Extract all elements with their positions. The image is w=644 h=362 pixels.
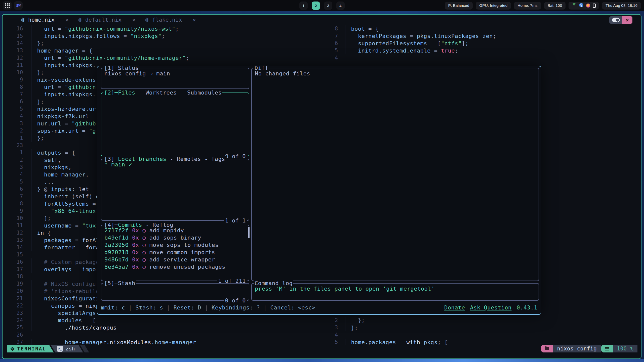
- commits-scrollbar[interactable]: [248, 227, 250, 238]
- code-line: 5 home.packages = with pkgs; [: [326, 339, 641, 345]
- commits-panel-title: [4]─Commits - Reflog: [103, 221, 174, 228]
- code-line: 27 home-manager.nixosModules.home-manage…: [3, 339, 326, 345]
- branches-panel-title: [3]─Local branches - Remotes - Tags: [103, 156, 226, 162]
- donate-link[interactable]: Donate: [444, 304, 465, 311]
- lazygit-branches-panel[interactable]: [3]─Local branches - Remotes - Tags * ma…: [101, 159, 249, 221]
- status-pill[interactable]: GPU: Integrated: [476, 2, 511, 10]
- tab-close-icon[interactable]: ×: [65, 17, 69, 23]
- launcher-logo: $W: [16, 3, 21, 8]
- diff-panel-title: Diff: [254, 65, 269, 71]
- editor-tab-default.nix[interactable]: default.nix×: [77, 17, 136, 23]
- lazygit-diff-panel[interactable]: Diff No changed files: [251, 68, 539, 281]
- editor-tab-flake.nix[interactable]: flake.nix×: [144, 17, 196, 23]
- window-close-button[interactable]: ×: [622, 16, 632, 24]
- status-pill[interactable]: Home: 7ms: [514, 2, 541, 10]
- keybinding-hint: Keybindings: ?: [212, 304, 260, 311]
- apps-grid-icon: [5, 3, 10, 8]
- lazygit-status-panel[interactable]: [1]─Status nixos-config → main: [101, 68, 249, 89]
- system-tray[interactable]: [569, 2, 599, 10]
- editor-tabs: home.nix×default.nix×flake.nix×: [20, 17, 205, 23]
- editor-tab-bar: home.nix×default.nix×flake.nix× ×: [3, 15, 641, 25]
- branches-count: 1 of 1: [224, 217, 247, 224]
- folder-icon: [545, 347, 549, 350]
- desktop: $W 1234 P: BalancedGPU: IntegratedHome: …: [0, 0, 644, 362]
- shell-segment[interactable]: >_ zsh: [51, 345, 83, 352]
- toggle-icon: [612, 18, 620, 22]
- code-line: 4: [326, 54, 641, 62]
- diff-text: No changed files: [252, 68, 539, 79]
- command-log-text: press 'M' in the files panel to open 'gi…: [252, 284, 539, 294]
- editor-tab-home.nix[interactable]: home.nix×: [20, 17, 69, 23]
- code-line: 5 initrd.systemd.enable = true;: [326, 47, 641, 54]
- code-line: 24 modules = [: [3, 317, 326, 324]
- scroll-percent: 100 %: [613, 345, 637, 352]
- window-toggle-button[interactable]: [609, 16, 622, 24]
- tab-label: home.nix: [28, 17, 55, 23]
- keybinding-hints: mmit: c | Stash: s | Reset: D | Keybindi…: [101, 304, 315, 311]
- keybinding-hint: Cancel: <esc>: [270, 304, 315, 311]
- tab-label: flake.nix: [152, 17, 182, 23]
- tab-close-icon[interactable]: ×: [193, 17, 196, 23]
- lazygit-files-panel[interactable]: [2]─Files - Worktrees - Submodules 0 of …: [101, 93, 249, 156]
- editor-area: 16 url = "github:nix-community/nixos-wsl…: [3, 25, 641, 345]
- code-line: 13 home-manager = {: [3, 47, 326, 54]
- mode-label: TERMINAL: [17, 346, 46, 351]
- mode-segment[interactable]: V TERMINAL: [7, 345, 54, 352]
- repo-name: nixos-config: [553, 345, 601, 352]
- version-label: 0.43.1: [517, 304, 537, 311]
- lazygit-footer-links: Donate Ask Question 0.43.1: [444, 304, 537, 311]
- status-panel-title: [1]─Status: [103, 65, 139, 71]
- status-pill[interactable]: Bat: 100: [544, 2, 566, 10]
- topbar-left-group: $W: [3, 1, 25, 10]
- commit-row[interactable]: d920218 0x ○ move common imports: [104, 249, 246, 256]
- code-line: 12 url = "github:nix-community/home-mana…: [3, 54, 326, 62]
- keybinding-hint: Reset: D: [174, 304, 201, 311]
- code-line: 7 kernelPackages = pkgs.linuxPackages_ze…: [326, 32, 641, 40]
- close-icon: ×: [626, 17, 629, 23]
- status-pill[interactable]: P: Balanced: [445, 2, 473, 10]
- terminal-prompt-icon: >_: [57, 346, 63, 352]
- tab-label: default.nix: [85, 17, 122, 23]
- network-icon: [572, 3, 576, 8]
- scroll-chip[interactable]: [601, 345, 613, 352]
- workspace-button-1[interactable]: 1: [299, 2, 308, 10]
- commit-row[interactable]: 9486b7d 0x ○ add service-wrapper: [104, 256, 246, 263]
- workspace-button-4[interactable]: 4: [336, 2, 345, 10]
- command-log-title: Command log: [254, 280, 293, 287]
- nix-snowflake-icon: [20, 17, 25, 23]
- media-icon: [586, 4, 590, 8]
- commit-list: 2717f2f 0x ○ add mopidyb49ef1d 0x ○ add …: [101, 225, 249, 272]
- commit-row[interactable]: b49ef1d 0x ○ add sops binary: [104, 234, 246, 241]
- topbar-right-group: P: BalancedGPU: IntegratedHome: 7msBat: …: [445, 2, 641, 10]
- stash-panel-title: [5]─Stash: [103, 280, 136, 287]
- clock[interactable]: Thu Aug 08, 18:16: [602, 2, 641, 10]
- code-line: 16 url = "github:nix-community/nixos-wsl…: [3, 25, 326, 32]
- statusbar-left: V TERMINAL >_ zsh: [7, 345, 89, 352]
- code-line: 26: [3, 331, 326, 339]
- bluetooth-icon: [579, 3, 583, 8]
- workspace-button-2[interactable]: 2: [312, 2, 320, 10]
- files-panel-title: [2]─Files - Worktrees - Submodules: [103, 89, 222, 96]
- tab-close-icon[interactable]: ×: [132, 17, 136, 23]
- nix-snowflake-icon: [144, 17, 149, 23]
- svg-text:V: V: [11, 348, 13, 350]
- commit-row[interactable]: 2a23950 0x ○ move sops to modules: [104, 241, 246, 249]
- vim-icon: V: [10, 346, 15, 351]
- repo-chip[interactable]: [541, 345, 553, 352]
- nix-snowflake-icon: [77, 17, 83, 23]
- workspace-switcher: 1234: [299, 2, 345, 10]
- workspace-button-3[interactable]: 3: [324, 2, 332, 10]
- ask-question-link[interactable]: Ask Question: [470, 304, 512, 311]
- top-bar: $W 1234 P: BalancedGPU: IntegratedHome: …: [0, 0, 644, 11]
- commit-row[interactable]: 8e345a7 0x ○ remove unused packages: [104, 263, 246, 270]
- code-line: 15 inputs.nixpkgs.follows = "nixpkgs";: [3, 32, 326, 40]
- apps-menu-button[interactable]: [3, 1, 12, 10]
- lazygit-stash-panel[interactable]: [5]─Stash 0 of 0: [101, 283, 249, 301]
- launcher-logo-button[interactable]: $W: [14, 1, 23, 10]
- keybinding-hint: mmit: c: [101, 304, 125, 311]
- lazygit-commits-panel[interactable]: [4]─Commits - Reflog 2717f2f 0x ○ add mo…: [101, 225, 249, 281]
- lazygit-command-log-panel[interactable]: Command log press 'M' in the files panel…: [251, 283, 539, 301]
- keybinding-hint: Stash: s: [135, 304, 163, 311]
- shell-label: zsh: [66, 346, 75, 352]
- lines-icon: [605, 347, 609, 350]
